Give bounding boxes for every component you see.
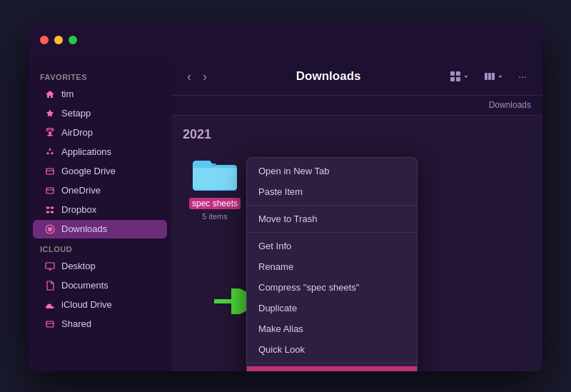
airdrop-icon [44, 127, 56, 139]
shared-icon [44, 318, 56, 330]
minimize-button[interactable] [54, 36, 63, 44]
view-grid-button[interactable] [445, 68, 474, 85]
svg-rect-9 [450, 77, 455, 81]
context-quick-look[interactable]: Quick Look [247, 339, 417, 360]
section-year: 2021 [183, 127, 531, 142]
sidebar-item-label-dropbox: Dropbox [61, 204, 96, 215]
breadcrumb-bar: Downloads [171, 96, 542, 116]
svg-rect-5 [46, 263, 54, 268]
applications-icon [44, 146, 56, 158]
folder-icon [190, 154, 240, 195]
svg-rect-7 [450, 71, 455, 76]
context-make-alias[interactable]: Make Alias [247, 318, 417, 339]
context-duplicate[interactable]: Duplicate [247, 298, 417, 318]
context-divider-1 [247, 205, 417, 206]
sidebar-item-shared[interactable]: Shared [33, 315, 167, 333]
icloud-label: iCloud [29, 239, 171, 256]
sidebar-item-onedrive[interactable]: OneDrive [33, 181, 167, 200]
sidebar-item-google-drive[interactable]: Google Drive [33, 162, 167, 181]
back-button[interactable]: ‹ [183, 66, 196, 87]
onedrive-icon [44, 185, 56, 196]
titlebar [29, 21, 542, 59]
context-rename[interactable]: Rename [247, 256, 417, 277]
forward-button[interactable]: › [198, 66, 211, 87]
sidebar-item-downloads[interactable]: Downloads [33, 220, 167, 238]
setapp-icon [44, 108, 56, 119]
sidebar-item-applications[interactable]: Applications [33, 143, 167, 161]
svg-rect-12 [488, 73, 491, 80]
sidebar-item-label-google-drive: Google Drive [61, 166, 116, 176]
close-button[interactable] [40, 36, 49, 44]
sidebar-item-airdrop[interactable]: AirDrop [33, 124, 167, 142]
sidebar-item-label-onedrive: OneDrive [61, 185, 101, 196]
toolbar-right: ··· [445, 68, 531, 85]
folder-sublabel: 5 items [202, 212, 227, 221]
sidebar-item-desktop[interactable]: Desktop [33, 257, 167, 276]
svg-point-4 [48, 227, 52, 231]
context-open-new-tab[interactable]: Open in New Tab [247, 161, 417, 181]
sidebar-item-documents[interactable]: Documents [33, 276, 167, 295]
context-compress[interactable]: Compress "spec sheets" [247, 277, 417, 298]
context-move-to-trash[interactable]: Move to Trash [247, 208, 417, 229]
icloud-drive-icon [44, 299, 56, 311]
svg-rect-2 [46, 188, 54, 194]
google-drive-icon [44, 166, 56, 177]
favorites-label: Favorites [29, 67, 171, 84]
svg-point-0 [49, 131, 51, 134]
svg-rect-13 [492, 73, 495, 80]
context-menu: Open in New Tab Paste Item Move to Trash… [246, 157, 418, 371]
sidebar-item-label-desktop: Desktop [61, 261, 96, 271]
context-get-info[interactable]: Get Info [247, 236, 417, 256]
dropbox-icon [44, 204, 56, 216]
desktop-icon [44, 261, 56, 272]
svg-rect-6 [46, 321, 54, 327]
home-icon [44, 89, 56, 100]
main-content: ‹ › Downloads [171, 59, 542, 371]
maximize-button[interactable] [69, 36, 77, 44]
context-copy[interactable]: Copy [247, 366, 417, 371]
sidebar-item-label-shared: Shared [61, 318, 91, 329]
documents-icon [44, 280, 56, 291]
context-divider-3 [247, 363, 417, 363]
finder-window: Favorites tim Setapp [29, 21, 542, 371]
folder-spec-sheets[interactable]: spec sheets 5 items [183, 154, 247, 221]
context-paste-item[interactable]: Paste Item [247, 181, 417, 202]
toolbar-title: Downloads [220, 69, 437, 84]
sidebar-item-label-setapp: Setapp [61, 108, 91, 119]
sidebar-item-icloud-drive[interactable]: iCloud Drive [33, 296, 167, 314]
sidebar-item-label-airdrop: AirDrop [61, 127, 93, 138]
svg-rect-1 [46, 169, 54, 174]
svg-rect-10 [456, 77, 460, 81]
sidebar-item-tim[interactable]: tim [33, 85, 167, 104]
sidebar-item-dropbox[interactable]: Dropbox [33, 201, 167, 219]
context-divider-2 [247, 232, 417, 233]
toolbar-nav: ‹ › [183, 66, 211, 87]
view-columns-button[interactable] [480, 68, 508, 85]
toolbar: ‹ › Downloads [171, 59, 542, 96]
svg-rect-8 [456, 71, 460, 76]
breadcrumb-text: Downloads [489, 100, 531, 110]
sidebar-item-label-icloud-drive: iCloud Drive [61, 299, 112, 310]
sidebar-item-setapp[interactable]: Setapp [33, 104, 167, 123]
folder-label: spec sheets [189, 198, 241, 209]
traffic-lights [40, 36, 77, 44]
svg-rect-11 [485, 73, 487, 80]
content-area: Favorites tim Setapp [29, 59, 542, 371]
sidebar-item-label-tim: tim [61, 89, 74, 99]
sidebar: Favorites tim Setapp [29, 59, 171, 371]
downloads-icon [44, 223, 56, 235]
sidebar-item-label-downloads: Downloads [61, 223, 107, 234]
sidebar-item-label-documents: Documents [61, 280, 108, 291]
sidebar-item-label-applications: Applications [61, 146, 111, 157]
more-options-button[interactable]: ··· [514, 68, 531, 85]
file-area: 2021 spec sheets 5 items [171, 116, 542, 371]
